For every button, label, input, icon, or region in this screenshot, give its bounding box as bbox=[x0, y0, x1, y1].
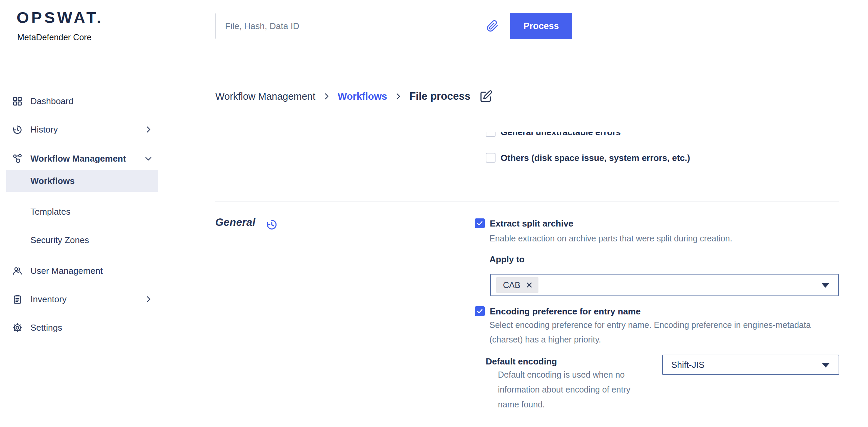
encoding-preference-checkbox[interactable] bbox=[475, 306, 485, 316]
chevron-right-icon bbox=[144, 125, 153, 134]
section-title-general: General bbox=[215, 216, 256, 229]
apply-to-label: Apply to bbox=[489, 254, 525, 265]
sidebar-item-history[interactable]: History bbox=[0, 123, 159, 136]
extract-split-archive-checkbox[interactable] bbox=[475, 218, 485, 228]
sidebar-item-settings[interactable]: Settings bbox=[0, 321, 159, 334]
breadcrumb-current-workflow: File process bbox=[409, 90, 471, 102]
sidebar-label: User Management bbox=[30, 266, 103, 276]
checkbox-label: Others (disk space issue, system errors,… bbox=[501, 153, 690, 163]
paperclip-icon[interactable] bbox=[486, 20, 499, 32]
option-encoding-preference: Encoding preference for entry name bbox=[475, 306, 641, 316]
opswat-logo: OPSWAT. bbox=[17, 8, 103, 27]
scrolled-form-clip: General unextractable errors Others (dis… bbox=[215, 132, 851, 176]
sidebar-label: Templates bbox=[30, 207, 71, 217]
dropdown-caret-icon bbox=[822, 363, 830, 367]
remove-tag-icon[interactable] bbox=[526, 281, 533, 289]
breadcrumb-workflow-management[interactable]: Workflow Management bbox=[215, 91, 315, 102]
sidebar-label: Dashboard bbox=[30, 96, 73, 106]
sidebar-label: Workflow Management bbox=[30, 153, 126, 164]
sidebar-label: Workflows bbox=[30, 176, 75, 186]
checkbox-label: Encoding preference for entry name bbox=[490, 306, 641, 316]
sidebar-item-inventory[interactable]: Inventory bbox=[0, 292, 159, 306]
sidebar-label: Security Zones bbox=[30, 235, 89, 245]
encoding-preference-description: Select encoding preference for entry nam… bbox=[489, 318, 814, 347]
process-button[interactable]: Process bbox=[510, 13, 572, 39]
sidebar-item-security-zones[interactable]: Security Zones bbox=[0, 233, 159, 247]
sidebar-item-workflow-management[interactable]: Workflow Management bbox=[0, 152, 159, 165]
gear-icon bbox=[12, 323, 23, 333]
section-divider bbox=[215, 201, 839, 201]
sidebar-label: Inventory bbox=[30, 294, 67, 305]
breadcrumb: Workflow Management Workflows File proce… bbox=[215, 89, 493, 104]
default-encoding-value: Shift-JIS bbox=[671, 360, 704, 370]
checkbox-label: Extract split archive bbox=[490, 218, 573, 229]
sidebar-label: Settings bbox=[30, 323, 62, 333]
default-encoding-select[interactable]: Shift-JIS bbox=[662, 355, 839, 375]
process-search-bar: Process bbox=[215, 13, 572, 39]
option-others-errors: Others (disk space issue, system errors,… bbox=[486, 153, 690, 163]
dropdown-caret-icon bbox=[821, 283, 829, 288]
sidebar-label: History bbox=[30, 124, 58, 135]
sidebar-item-dashboard[interactable]: Dashboard bbox=[0, 94, 159, 108]
sidebar-item-workflows[interactable]: Workflows bbox=[6, 170, 158, 192]
others-errors-checkbox[interactable] bbox=[486, 153, 496, 163]
chevron-down-icon bbox=[144, 154, 153, 163]
sidebar-item-user-management[interactable]: User Management bbox=[0, 264, 159, 278]
option-extract-split-archive: Extract split archive bbox=[475, 218, 573, 229]
selected-tag-cab: CAB bbox=[496, 277, 538, 293]
default-encoding-description: Default encoding is used when no informa… bbox=[498, 367, 648, 412]
users-icon bbox=[12, 266, 23, 276]
edit-icon[interactable] bbox=[479, 90, 493, 103]
tag-value: CAB bbox=[503, 280, 520, 290]
apply-to-multiselect[interactable]: CAB bbox=[490, 274, 839, 296]
default-encoding-label: Default encoding bbox=[486, 356, 557, 367]
workflow-nodes-icon bbox=[12, 153, 23, 164]
chevron-right-icon bbox=[322, 92, 331, 101]
extract-split-archive-description: Enable extraction on archive parts that … bbox=[489, 231, 868, 246]
general-unextractable-errors-checkbox[interactable] bbox=[486, 132, 496, 137]
option-general-unextractable-errors: General unextractable errors bbox=[486, 132, 621, 137]
chevron-right-icon bbox=[394, 92, 403, 101]
dashboard-grid-icon bbox=[12, 96, 23, 106]
sidebar-item-templates[interactable]: Templates bbox=[0, 205, 159, 218]
product-name: MetaDefender Core bbox=[17, 32, 92, 42]
breadcrumb-workflows-link[interactable]: Workflows bbox=[338, 91, 387, 102]
history-revert-icon[interactable] bbox=[266, 218, 278, 231]
chevron-right-icon bbox=[144, 295, 153, 304]
history-clock-icon bbox=[12, 124, 23, 135]
checkbox-label: General unextractable errors bbox=[501, 132, 621, 137]
search-input[interactable] bbox=[215, 13, 510, 39]
clipboard-icon bbox=[12, 294, 23, 305]
